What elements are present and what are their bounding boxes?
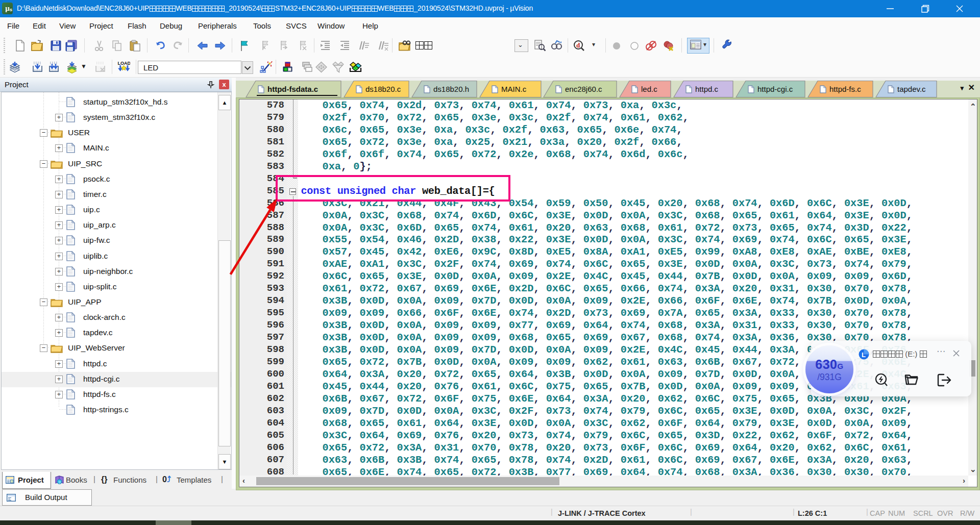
- svg-text:?: ?: [58, 480, 61, 485]
- svg-text:L: L: [862, 351, 866, 359]
- svg-text:d: d: [576, 41, 580, 49]
- svg-text:LOAD: LOAD: [118, 61, 131, 66]
